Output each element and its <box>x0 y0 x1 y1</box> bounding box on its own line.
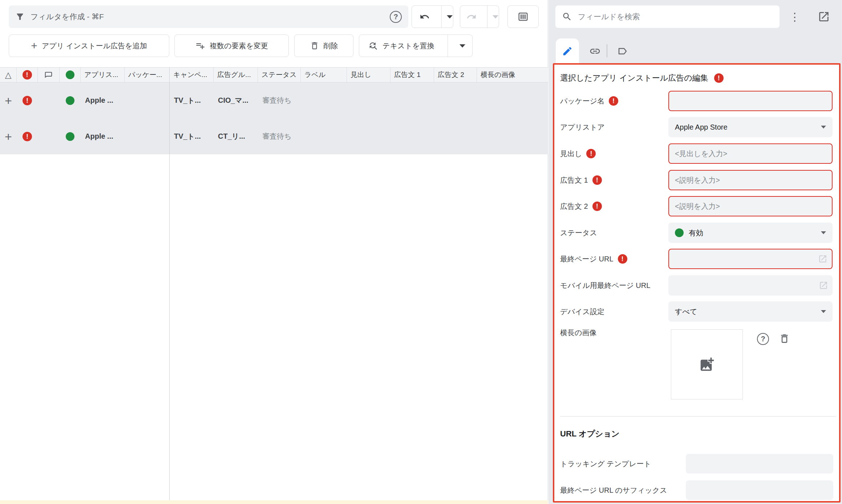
redo-menu-button[interactable] <box>492 6 499 28</box>
device-pref-label: デバイス設定 <box>560 307 604 317</box>
table-row[interactable]: + ! Apple ... TV_ト... CT_リ... 審査待ち <box>0 118 548 154</box>
image-delete-icon[interactable] <box>779 333 790 344</box>
column-header-errors[interactable]: ! <box>17 68 38 82</box>
final-url-input[interactable] <box>669 249 832 268</box>
added-row-icon: + <box>5 130 12 143</box>
column-rule <box>169 68 170 500</box>
column-header-changes[interactable]: △ <box>0 68 17 82</box>
button-divider <box>487 6 487 28</box>
tab-edit[interactable] <box>556 38 579 64</box>
final-url-suffix-label: 最終ページ URL のサフィックス <box>560 485 667 495</box>
field-search-bar[interactable] <box>555 5 780 28</box>
open-in-new-icon[interactable] <box>818 254 827 264</box>
status-label: ステータス <box>560 228 597 238</box>
tab-labels[interactable] <box>611 38 634 64</box>
column-header-landscape-image[interactable]: 横長の画像 <box>477 68 548 82</box>
column-header-comments[interactable] <box>38 68 60 82</box>
status-dot-icon <box>66 96 74 105</box>
final-url-suffix-label-row: 最終ページ URL のサフィックス <box>560 480 667 500</box>
open-in-new-icon[interactable] <box>819 281 828 290</box>
column-header-status[interactable]: ステータス <box>258 68 301 82</box>
image-help-icon[interactable]: ? <box>757 333 769 345</box>
table-header: △ ! アプリス... パッケー... キャンペ... 広告グル... ステータ… <box>0 67 548 82</box>
bulk-edit-label: 複数の要素を変更 <box>210 41 268 51</box>
column-header-ad-group[interactable]: 広告グル... <box>214 68 258 82</box>
cell-app-store: Apple ... <box>81 82 125 118</box>
status-dot-icon <box>66 132 74 141</box>
description2-input[interactable] <box>669 197 832 216</box>
description1-field <box>668 170 833 190</box>
edit-sidebar: ⋮ 選択したアプリ インストール広告の編集 ! パッケージ名 ! <box>548 0 842 504</box>
replace-text-split-button: テキストを置換 <box>359 34 473 57</box>
button-divider <box>441 6 442 28</box>
column-header-description2[interactable]: 広告文 2 <box>434 68 477 82</box>
error-icon: ! <box>23 132 32 141</box>
cell-app-store: Apple ... <box>81 118 125 154</box>
filter-input[interactable] <box>31 12 384 21</box>
headline-input[interactable] <box>669 144 832 163</box>
field-search-input[interactable] <box>578 12 773 21</box>
column-header-label[interactable]: ラベル <box>301 68 347 82</box>
status-select[interactable]: 有効 <box>668 223 833 243</box>
mobile-final-url-input[interactable] <box>668 275 833 296</box>
cell-campaign: TV_ト... <box>170 118 214 154</box>
more-options-icon[interactable]: ⋮ <box>788 9 801 25</box>
added-row-icon: + <box>5 94 12 107</box>
status-dot-icon <box>675 228 684 237</box>
table-body: + ! Apple ... TV_ト... CIO_マ... 審査待ち + ! … <box>0 82 548 154</box>
image-upload-box[interactable] <box>671 329 743 399</box>
column-header-app-store[interactable]: アプリス... <box>81 68 125 82</box>
chevron-down-icon <box>460 44 465 48</box>
url-options-heading: URL オプション <box>560 428 620 439</box>
data-grid-panel: ? + アプリ インストール広告を追加 <box>0 0 548 504</box>
status-value: 有効 <box>689 228 703 238</box>
cell-ad-group: CIO_マ... <box>214 82 258 118</box>
final-url-label-row: 最終ページ URL ! <box>560 249 627 269</box>
final-url-label: 最終ページ URL <box>560 254 614 264</box>
undo-button[interactable] <box>412 6 437 28</box>
device-pref-select[interactable]: すべて <box>668 301 833 322</box>
tab-divider <box>607 44 607 57</box>
final-url-field <box>668 249 833 269</box>
bulk-edit-button[interactable]: 複数の要素を変更 <box>174 34 289 57</box>
device-pref-value: すべて <box>675 307 697 317</box>
columns-button[interactable] <box>507 5 539 28</box>
delete-button[interactable]: 削除 <box>294 34 353 57</box>
error-icon: ! <box>714 73 724 83</box>
plus-icon: + <box>31 40 37 51</box>
app-store-select[interactable]: Apple App Store <box>668 117 833 137</box>
package-name-label-row: パッケージ名 ! <box>560 91 618 111</box>
column-header-campaign[interactable]: キャンペ... <box>170 68 214 82</box>
error-icon: ! <box>586 149 596 158</box>
headline-field <box>668 143 833 164</box>
replace-text-button[interactable]: テキストを置換 <box>359 35 443 57</box>
description1-input[interactable] <box>669 171 832 190</box>
edit-form-panel: 選択したアプリ インストール広告の編集 ! パッケージ名 ! アプリストア Ap… <box>553 63 841 503</box>
cell-campaign: TV_ト... <box>170 82 214 118</box>
package-name-input[interactable] <box>669 92 832 110</box>
redo-split-button <box>460 5 499 28</box>
column-header-headline[interactable]: 見出し <box>347 68 390 82</box>
replace-text-menu-button[interactable] <box>452 35 472 57</box>
panel-title: 選択したアプリ インストール広告の編集 <box>560 73 708 84</box>
mobile-final-url-label-row: モバイル用最終ページ URL <box>560 275 650 296</box>
add-app-install-ad-button[interactable]: + アプリ インストール広告を追加 <box>9 34 169 57</box>
filter-bar[interactable]: ? <box>9 5 408 28</box>
table-row[interactable]: + ! Apple ... TV_ト... CIO_マ... 審査待ち <box>0 82 548 118</box>
redo-button[interactable] <box>460 6 483 28</box>
image-label: 横長の画像 <box>560 328 596 338</box>
tab-urls[interactable] <box>583 38 607 64</box>
help-icon[interactable]: ? <box>390 11 402 23</box>
final-url-suffix-input[interactable] <box>686 480 833 500</box>
redo-icon <box>466 12 477 22</box>
tracking-template-input[interactable] <box>686 454 833 473</box>
column-header-package[interactable]: パッケー... <box>125 68 170 82</box>
column-header-description1[interactable]: 広告文 1 <box>390 68 434 82</box>
description2-label-row: 広告文 2 ! <box>560 196 602 216</box>
column-header-status-dot[interactable] <box>60 68 81 82</box>
status-label-row: ステータス <box>560 223 597 243</box>
chevron-down-icon <box>821 231 826 234</box>
description1-label: 広告文 1 <box>560 175 588 185</box>
open-in-new-icon[interactable] <box>817 10 830 23</box>
undo-menu-button[interactable] <box>446 6 453 28</box>
